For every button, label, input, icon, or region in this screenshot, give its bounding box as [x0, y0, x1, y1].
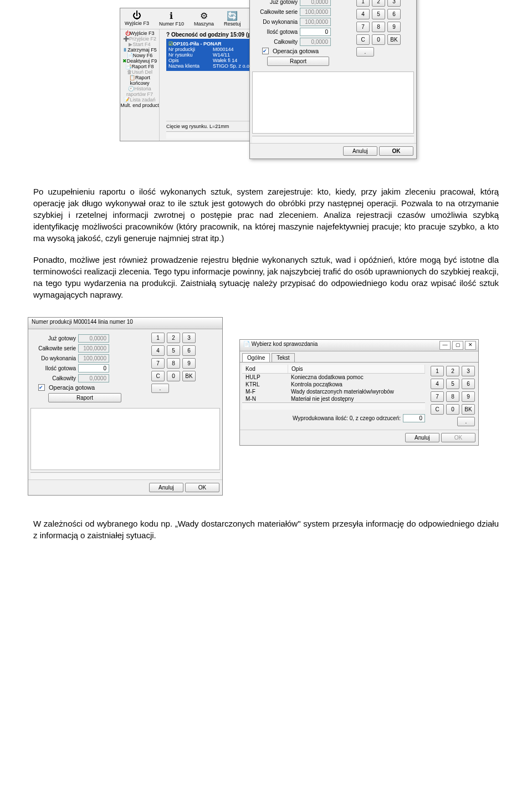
key3-bk[interactable]: BK [462, 404, 475, 415]
key-7[interactable]: 7 [356, 22, 370, 32]
btn-numer[interactable]: ℹNumer F10 [159, 11, 184, 27]
table-row[interactable]: HULPKonieczna dodatkowa pomoc [242, 374, 425, 381]
kod-anuluj-button[interactable]: Anuluj [405, 433, 439, 442]
btn-maszyna[interactable]: ⚙Maszyna [194, 11, 214, 27]
key3-3[interactable]: 3 [462, 366, 475, 376]
sb-zatrzymaj[interactable]: ⏸Zatrzymaj F5 [120, 47, 159, 53]
odrzucen-field[interactable]: 0 [403, 414, 425, 422]
sb-start[interactable]: ▶Start F4 [120, 42, 159, 47]
tab-ogolne[interactable]: Ogólne [242, 353, 270, 362]
btn-wyjscie[interactable]: ⏻Wyjście F3 [125, 11, 149, 27]
key3-6[interactable]: 6 [462, 379, 475, 389]
key3-5[interactable]: 5 [446, 379, 459, 389]
key-5[interactable]: 5 [372, 9, 385, 19]
do-wykonania-field-2: 100,0000 [78, 354, 109, 363]
key-1[interactable]: 1 [356, 0, 370, 7]
raport-button[interactable]: Raport [267, 57, 329, 66]
dialog-produkcja-2: Numer produkcji M000144 linia numer 10 J… [28, 317, 223, 496]
operacja-gotowa-checkbox[interactable] [262, 48, 269, 54]
key-0[interactable]: 0 [372, 34, 385, 45]
close-icon[interactable]: ✕ [465, 341, 476, 350]
ok-button-2[interactable]: OK [185, 483, 219, 492]
power-icon: ⏻ [132, 11, 141, 21]
pause-icon: ⏸ [122, 47, 127, 53]
ok-button[interactable]: OK [379, 146, 413, 156]
key-2[interactable]: 2 [372, 0, 385, 7]
calkowite-serie-field: 100,0000 [300, 8, 331, 16]
hscrollbar3[interactable] [30, 472, 220, 479]
key3-9[interactable]: 9 [462, 391, 475, 402]
clock-icon: 🕘 [128, 86, 134, 91]
x-icon: ✖ [122, 58, 127, 64]
key3-2[interactable]: 2 [446, 366, 459, 376]
key-c[interactable]: C [356, 34, 370, 45]
key-bk[interactable]: BK [387, 34, 401, 45]
key2-1[interactable]: 1 [151, 333, 165, 343]
table-row[interactable]: M-NMateriał nie jest dostępny [242, 395, 425, 402]
key3-1[interactable]: 1 [431, 366, 444, 376]
sb-przyjscie[interactable]: ➕Przyjście F2 [120, 36, 159, 42]
key2-7[interactable]: 7 [151, 358, 165, 369]
key2-0[interactable]: 0 [167, 371, 180, 381]
key2-9[interactable]: 9 [182, 358, 196, 369]
key3-8[interactable]: 8 [446, 391, 459, 402]
key3-c[interactable]: C [431, 404, 444, 415]
minimize-icon[interactable]: — [439, 341, 451, 350]
sb-deaktywuj[interactable]: ✖Deaktywuj F9 [120, 58, 159, 64]
btn-resetuj[interactable]: 🔄Resetuj [224, 11, 241, 27]
key2-bk[interactable]: BK [182, 371, 196, 381]
key2-dot[interactable]: . [151, 384, 169, 393]
key2-6[interactable]: 6 [182, 345, 196, 356]
sb-wyjscie[interactable]: ⏻Wyjście F3 [120, 30, 159, 36]
key2-4[interactable]: 4 [151, 345, 165, 356]
key3-0[interactable]: 0 [446, 404, 459, 415]
para-2: Ponadto, możliwe jest również prowadzeni… [33, 254, 499, 300]
hscrollbar4[interactable] [242, 402, 425, 410]
sb-raport[interactable]: 📑Raport F8 [120, 64, 159, 69]
sb-raport-koncowy[interactable]: 📋Raport końcowy [120, 75, 159, 86]
key-9[interactable]: 9 [387, 22, 401, 32]
key2-3[interactable]: 3 [182, 333, 196, 343]
key2-5[interactable]: 5 [167, 345, 180, 356]
sb-usun[interactable]: 🗑Usuń Del [120, 69, 159, 75]
anuluj-button-2[interactable]: Anuluj [149, 483, 183, 492]
operacja-gotowa-checkbox-2[interactable] [38, 384, 45, 391]
calkowity-field-2: 0,0000 [78, 374, 109, 382]
kod-table-header: Kod Opis [242, 365, 425, 374]
para-1: Po uzupełnieniu raportu o ilość wykonany… [33, 186, 499, 244]
report-final-icon: 📋 [129, 75, 135, 80]
key-6[interactable]: 6 [387, 9, 401, 19]
ilosc-gotowa-field-2[interactable]: 0 [78, 364, 109, 372]
sb-lista[interactable]: 📝Lista zadań [120, 97, 159, 103]
key-3[interactable]: 3 [387, 0, 401, 7]
kod-ok-button[interactable]: OK [441, 433, 475, 442]
tab-tekst[interactable]: Tekst [272, 353, 294, 362]
anuluj-button[interactable]: Anuluj [343, 146, 377, 156]
key3-7[interactable]: 7 [431, 391, 444, 402]
key-dot[interactable]: . [356, 47, 374, 57]
power-icon: ⏻ [125, 30, 130, 36]
list-icon: 📝 [124, 97, 130, 103]
key2-c[interactable]: C [151, 371, 165, 381]
key3-4[interactable]: 4 [431, 379, 444, 389]
trash-icon: 🗑 [127, 69, 132, 75]
table-row[interactable]: KTRLKontrola początkowa [242, 381, 425, 388]
sb-nowy[interactable]: 📄Nowy F6 [120, 53, 159, 58]
dialog-kod-sprawozdania: 📄 Wybierz kod sprawozdania — ▢ ✕ Ogólne … [239, 339, 479, 446]
file-icon: 📄 [127, 53, 133, 58]
raport-button-2[interactable]: Raport [48, 393, 121, 402]
key3-dot[interactable]: . [457, 417, 475, 426]
key2-8[interactable]: 8 [167, 358, 180, 369]
sb-historia[interactable]: 🕘Historia raportów F7 [120, 86, 159, 97]
table-row[interactable]: M-FWady dostarczonych materiałów/wyrobów [242, 388, 425, 395]
hscrollbar2[interactable] [252, 136, 414, 143]
calkowity-field: 0,0000 [300, 38, 331, 46]
key-4[interactable]: 4 [356, 9, 370, 19]
key-8[interactable]: 8 [372, 22, 385, 32]
sb-mult-end[interactable]: Mult. end product [120, 103, 159, 108]
ilosc-gotowa-field[interactable]: 0 [300, 28, 331, 36]
produced-label: Wyprodukowana ilość: 0, z czego odrzuceń… [293, 415, 401, 421]
key2-2[interactable]: 2 [167, 333, 180, 343]
keypad-2: 1 2 3 4 5 6 7 8 9 C 0 BK [151, 333, 196, 381]
maximize-icon[interactable]: ▢ [452, 341, 463, 350]
